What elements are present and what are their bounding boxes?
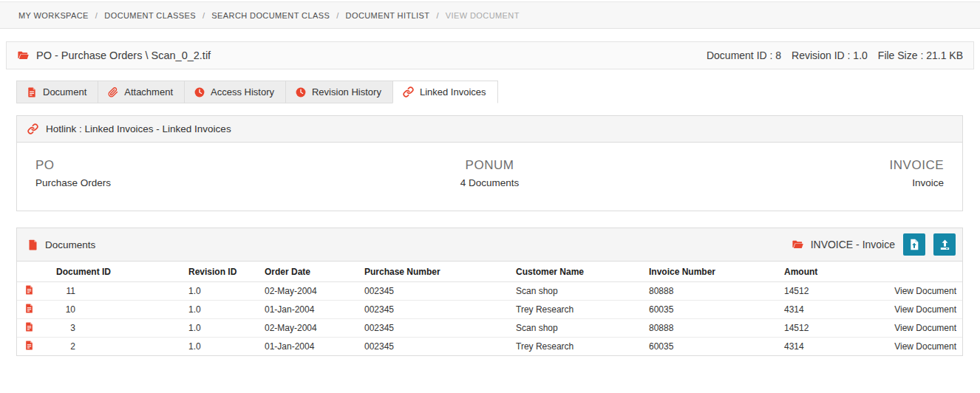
hotlink-source-code: PO (35, 158, 338, 173)
documents-panel-header: Documents INVOICE - Invoice (17, 228, 962, 262)
cell-purchase-number: 002345 (348, 301, 500, 319)
hotlink-panel-title: Hotlink : Linked Invoices - Linked Invoi… (46, 123, 231, 134)
column-header-invoice-number: Invoice Number (633, 262, 768, 282)
cell-purchase-number: 002345 (348, 282, 500, 301)
cell-invoice-number: 80888 (633, 319, 768, 338)
hotlink-relation-field: PONUM 4 Documents (338, 158, 642, 188)
add-document-button[interactable] (903, 233, 925, 256)
column-header-document-id: Document ID (50, 262, 172, 282)
clock-icon (194, 87, 205, 98)
cell-amount: 14512 (768, 319, 857, 338)
cell-amount: 14512 (768, 282, 857, 301)
document-title-wrap: PO - Purchase Orders \ Scan_0_2.tif (17, 49, 211, 62)
hotlink-target-class: INVOICE Invoice (641, 158, 944, 188)
tab-label: Access History (211, 86, 274, 98)
cell-invoice-number: 60035 (633, 301, 768, 319)
column-header-action (857, 262, 962, 282)
cell-document-id: 11 (56, 286, 75, 296)
tab-bar: Document Attachment Access History (16, 81, 963, 103)
table-row: 2 1.0 01-Jan-2004 002345 Trey Research 6… (17, 338, 962, 356)
tab-access-history[interactable]: Access History (184, 81, 286, 103)
document-icon (24, 341, 34, 350)
cell-order-date: 01-Jan-2004 (248, 338, 348, 356)
tab-document[interactable]: Document (16, 81, 98, 103)
cell-order-date: 02-May-2004 (248, 319, 348, 338)
column-header-order-date: Order Date (248, 262, 348, 282)
table-row: 11 1.0 02-May-2004 002345 Scan shop 8088… (17, 282, 962, 301)
clock-icon (296, 87, 306, 98)
view-document-link[interactable]: View Document (894, 341, 956, 352)
breadcrumb-item-document-hitlist[interactable]: DOCUMENT HITLIST (346, 11, 430, 20)
column-header-revision-id: Revision ID (172, 262, 248, 282)
tab-label: Document (43, 86, 86, 98)
cell-document-id: 2 (56, 341, 75, 352)
breadcrumb-separator: / (203, 11, 205, 20)
document-meta: Document ID : 8 Revision ID : 1.0 File S… (707, 49, 963, 61)
hotlink-relation-code: PONUM (338, 158, 642, 173)
link-icon (27, 123, 38, 134)
document-icon (24, 322, 34, 332)
hotlink-relation-count: 4 Documents (338, 177, 642, 188)
document-icon (24, 304, 34, 313)
breadcrumb-separator: / (95, 11, 98, 20)
breadcrumb-separator: / (336, 11, 338, 20)
tab-revision-history[interactable]: Revision History (285, 81, 393, 103)
tab-label: Attachment (124, 86, 173, 98)
upload-document-button[interactable] (933, 233, 956, 256)
document-icon (24, 285, 34, 295)
cell-revision-id: 1.0 (172, 319, 248, 338)
documents-panel-title: Documents (45, 239, 95, 250)
tab-linked-invoices[interactable]: Linked Invoices (392, 81, 498, 103)
folder-open-icon (17, 49, 30, 62)
target-class-label: INVOICE - Invoice (811, 239, 895, 250)
document-id-meta: Document ID : 8 (707, 49, 781, 61)
cell-order-date: 01-Jan-2004 (248, 301, 348, 319)
hotlink-source-description: Purchase Orders (35, 177, 338, 188)
cell-purchase-number: 002345 (348, 319, 500, 338)
view-document-link[interactable]: View Document (894, 286, 956, 296)
cell-purchase-number: 002345 (348, 338, 500, 356)
hotlink-panel-header: Hotlink : Linked Invoices - Linked Invoi… (17, 116, 962, 143)
cell-invoice-number: 60035 (633, 338, 768, 356)
cell-document-id: 10 (56, 304, 75, 315)
cell-customer-name: Scan shop (500, 319, 633, 338)
breadcrumb-item-view-document: VIEW DOCUMENT (446, 11, 520, 20)
tab-label: Linked Invoices (420, 86, 486, 98)
hotlink-source-class: PO Purchase Orders (35, 158, 338, 188)
view-document-link[interactable]: View Document (894, 304, 956, 315)
cell-order-date: 02-May-2004 (248, 282, 348, 301)
document-title: PO - Purchase Orders \ Scan_0_2.tif (36, 49, 211, 61)
hotlink-target-description: Invoice (641, 177, 944, 188)
breadcrumb: MY WORKSPACE / DOCUMENT CLASSES / SEARCH… (0, 1, 980, 29)
hotlink-target-code: INVOICE (641, 158, 944, 173)
table-row: 3 1.0 02-May-2004 002345 Scan shop 80888… (17, 319, 962, 338)
cell-revision-id: 1.0 (172, 338, 248, 356)
cell-revision-id: 1.0 (172, 301, 248, 319)
file-size-meta: File Size : 21.1 KB (878, 49, 963, 61)
cell-revision-id: 1.0 (172, 282, 248, 301)
breadcrumb-item-search-document-class[interactable]: SEARCH DOCUMENT CLASS (211, 11, 330, 20)
revision-id-meta: Revision ID : 1.0 (792, 49, 868, 61)
link-icon (403, 86, 414, 98)
column-header-customer-name: Customer Name (500, 262, 633, 282)
cell-invoice-number: 80888 (633, 282, 768, 301)
column-header-amount: Amount (768, 262, 857, 282)
documents-panel-actions: INVOICE - Invoice (792, 233, 956, 256)
cell-customer-name: Trey Research (500, 301, 633, 319)
cell-customer-name: Trey Research (500, 338, 633, 356)
linked-documents-table: Document ID Revision ID Order Date Purch… (17, 262, 962, 355)
breadcrumb-item-document-classes[interactable]: DOCUMENT CLASSES (104, 11, 196, 20)
tab-attachment[interactable]: Attachment (98, 81, 185, 103)
file-upload-icon (908, 239, 920, 250)
cell-customer-name: Scan shop (500, 282, 633, 301)
table-row: 10 1.0 01-Jan-2004 002345 Trey Research … (17, 301, 962, 319)
column-header-purchase-number: Purchase Number (348, 262, 500, 282)
breadcrumb-item-my-workspace[interactable]: MY WORKSPACE (18, 11, 89, 20)
hotlink-panel: Hotlink : Linked Invoices - Linked Invoi… (16, 115, 963, 211)
column-header-icon (17, 262, 50, 282)
document-icon (27, 239, 38, 250)
cell-amount: 4314 (768, 301, 857, 319)
breadcrumb-separator: / (436, 11, 438, 20)
upload-icon (939, 239, 951, 251)
view-document-link[interactable]: View Document (894, 323, 956, 333)
